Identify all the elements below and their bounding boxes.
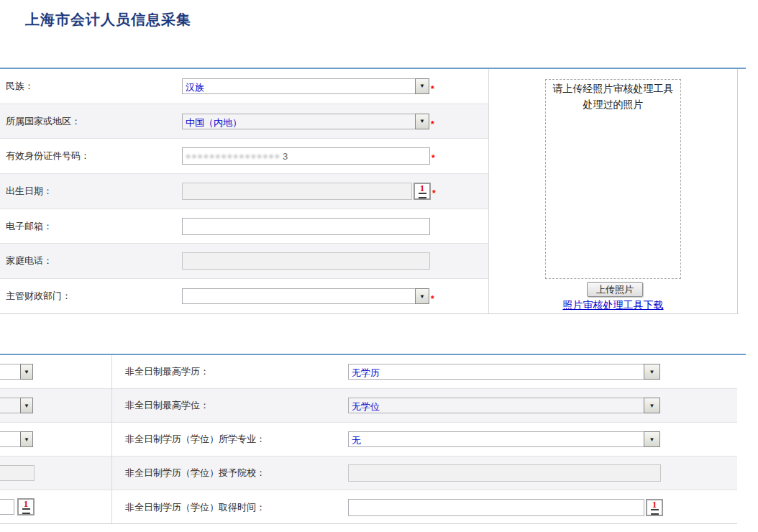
country-region-select-value: 中国（内地） [182, 114, 416, 129]
form-row-left-row-3: ▼ [0, 423, 111, 457]
calendar-icon-lines [22, 508, 30, 514]
calendar-icon-lines [419, 193, 426, 198]
parttime-highest-education-label: 非全日制最高学历： [112, 365, 348, 378]
form-row-id-number: 有效身份证件号码：●●●●●●●●●●●●●●●●3* [0, 139, 488, 174]
birth-date-input [182, 183, 412, 200]
calendar-icon: 1 [24, 500, 29, 508]
photo-panel: 请上传经照片审核处理工具处理过的照片 上传照片 照片审核处理工具下载 [489, 69, 738, 313]
chevron-down-icon[interactable]: ▼ [644, 431, 660, 447]
finance-department-label: 主管财政部门： [0, 290, 182, 303]
parttime-school-label: 非全日制学历（学位）授予院校： [112, 467, 348, 480]
calendar-icon-lines [651, 509, 659, 515]
calendar-icon: 1 [652, 500, 657, 508]
left-row-3-select-fragment[interactable]: ▼ [0, 431, 33, 447]
upload-photo-button[interactable]: 上传照片 [587, 282, 643, 297]
required-asterisk: * [431, 153, 435, 163]
left-row-5-calendar-button[interactable]: 1 [17, 498, 35, 515]
parttime-school-control [348, 464, 661, 482]
left-row-1-select-value [0, 364, 21, 380]
form-row-parttime-major: 非全日制学历（学位）所学专业：无▼ [112, 423, 737, 457]
chevron-down-icon[interactable]: ▼ [20, 364, 33, 380]
email-input[interactable] [182, 218, 430, 235]
chevron-down-icon[interactable]: ▼ [644, 364, 660, 380]
birth-date-label: 出生日期： [0, 185, 182, 198]
left-row-4-input-fragment [0, 465, 35, 481]
parttime-highest-degree-label: 非全日制最高学位： [112, 399, 348, 412]
id-number-masked-value: ●●●●●●●●●●●●●●●● [186, 151, 280, 161]
parttime-highest-education-control: 无学历▼ [348, 364, 660, 380]
ethnicity-control: 汉族▼* [182, 78, 434, 94]
calendar-icon: 1 [420, 184, 425, 192]
form-row-ethnicity: 民族：汉族▼* [0, 69, 488, 104]
left-row-2-select-value [0, 398, 21, 413]
photo-tool-download-link[interactable]: 照片审核处理工具下载 [563, 299, 664, 311]
parttime-major-select-value: 无 [348, 431, 644, 447]
form-row-parttime-highest-education: 非全日制最高学历：无学历▼ [112, 355, 737, 389]
form-row-parttime-highest-degree: 非全日制最高学位：无学位▼ [112, 389, 737, 423]
home-phone-control [182, 252, 430, 270]
home-phone-label: 家庭电话： [0, 254, 182, 267]
country-region-label: 所属国家或地区： [0, 115, 182, 128]
id-number-control: ●●●●●●●●●●●●●●●●3* [182, 147, 435, 165]
country-region-control: 中国（内地）▼* [182, 114, 434, 129]
birth-date-control: 1* [182, 183, 436, 200]
education-info-section: ▼▼▼1 非全日制最高学历：无学历▼非全日制最高学位：无学位▼非全日制学历（学位… [0, 354, 746, 524]
photo-tool-download-wrapper: 照片审核处理工具下载 [489, 299, 737, 312]
parttime-major-select[interactable]: 无▼ [348, 431, 660, 447]
chevron-down-icon[interactable]: ▼ [415, 114, 429, 129]
page-title: 上海市会计人员信息采集 [25, 10, 191, 29]
personal-info-form: 民族：汉族▼*所属国家或地区：中国（内地）▼*有效身份证件号码：●●●●●●●●… [0, 69, 489, 313]
left-row-5-date-fragment[interactable]: 1 [0, 498, 35, 515]
required-asterisk: * [431, 119, 434, 129]
id-number-input[interactable]: ●●●●●●●●●●●●●●●●3 [182, 147, 430, 165]
parttime-obtain-date-input[interactable] [348, 499, 644, 516]
form-row-finance-department: 主管财政部门：▼* [0, 279, 488, 314]
finance-department-select[interactable]: ▼ [182, 288, 429, 304]
parttime-major-label: 非全日制学历（学位）所学专业： [112, 433, 348, 446]
ethnicity-select[interactable]: 汉族▼ [182, 78, 429, 94]
email-control [182, 218, 430, 235]
parttime-highest-degree-select-value: 无学位 [348, 398, 644, 413]
parttime-school-input [348, 464, 661, 482]
form-row-email: 电子邮箱： [0, 209, 488, 244]
left-row-2-select-fragment[interactable]: ▼ [0, 398, 33, 413]
form-row-home-phone: 家庭电话： [0, 244, 488, 279]
left-row-1-select-fragment[interactable]: ▼ [0, 364, 33, 380]
chevron-down-icon[interactable]: ▼ [415, 288, 429, 304]
parttime-highest-degree-select[interactable]: 无学位▼ [348, 398, 660, 413]
chevron-down-icon[interactable]: ▼ [644, 398, 660, 413]
personal-info-section: 民族：汉族▼*所属国家或地区：中国（内地）▼*有效身份证件号码：●●●●●●●●… [0, 68, 746, 314]
ethnicity-label: 民族： [0, 80, 182, 93]
form-row-left-row-2: ▼ [0, 389, 111, 423]
parttime-major-control: 无▼ [348, 431, 660, 447]
required-asterisk: * [432, 188, 436, 198]
parttime-highest-degree-control: 无学位▼ [348, 398, 660, 413]
form-row-birth-date: 出生日期：1* [0, 174, 488, 209]
home-phone-input [182, 252, 430, 270]
chevron-down-icon[interactable]: ▼ [415, 78, 429, 94]
country-region-select[interactable]: 中国（内地）▼ [182, 114, 429, 129]
form-row-parttime-school: 非全日制学历（学位）授予院校： [112, 457, 737, 490]
photo-upload-placeholder: 请上传经照片审核处理工具处理过的照片 [545, 79, 681, 279]
education-right-column: 非全日制最高学历：无学历▼非全日制最高学位：无学位▼非全日制学历（学位）所学专业… [112, 355, 737, 523]
form-row-left-row-4 [0, 457, 111, 490]
form-row-country-region: 所属国家或地区：中国（内地）▼* [0, 104, 488, 139]
parttime-obtain-date-control: 1 [348, 499, 663, 516]
parttime-obtain-date-label: 非全日制学历（学位）取得时间： [112, 501, 348, 514]
parttime-highest-education-select[interactable]: 无学历▼ [348, 364, 660, 380]
ethnicity-select-value: 汉族 [182, 78, 416, 94]
form-row-parttime-obtain-date: 非全日制学历（学位）取得时间：1 [112, 490, 737, 524]
id-number-visible-suffix: 3 [283, 151, 288, 162]
parttime-obtain-date-calendar-button[interactable]: 1 [646, 499, 663, 516]
finance-department-control: ▼* [182, 288, 434, 304]
left-row-3-select-value [0, 431, 21, 447]
id-number-label: 有效身份证件号码： [0, 150, 182, 162]
form-row-left-row-1: ▼ [0, 355, 111, 389]
chevron-down-icon[interactable]: ▼ [20, 398, 33, 413]
birth-date-calendar-button[interactable]: 1 [414, 183, 431, 200]
required-asterisk: * [431, 84, 434, 94]
required-asterisk: * [431, 294, 434, 304]
finance-department-select-value [182, 288, 416, 304]
education-left-column: ▼▼▼1 [0, 355, 112, 523]
chevron-down-icon[interactable]: ▼ [20, 431, 33, 447]
